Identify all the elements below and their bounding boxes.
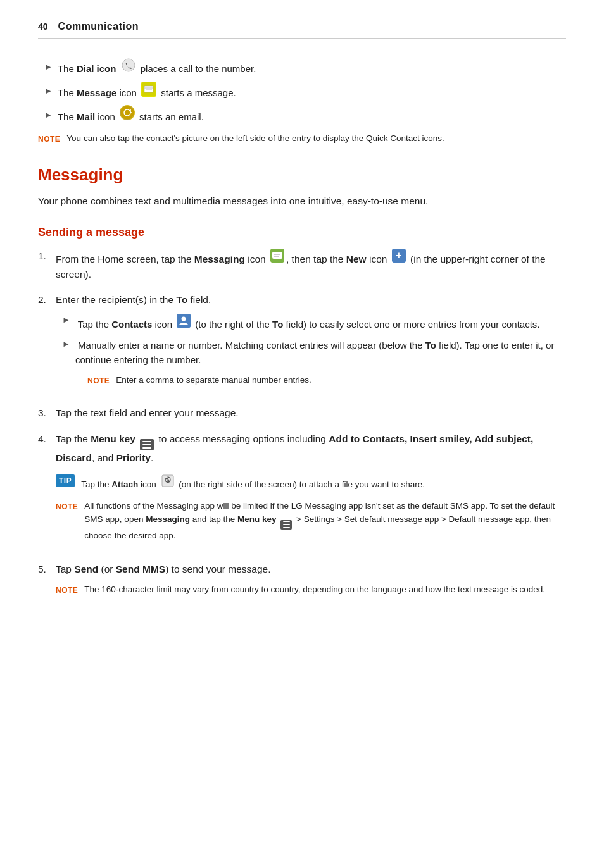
step-4-note: NOTE All functions of the Messaging app … (56, 500, 566, 542)
dial-bold: Dial icon (77, 63, 116, 74)
step-1-content: From the Home screen, tap the Messaging … (56, 249, 566, 282)
step-number-2: 2. (38, 292, 56, 307)
mail-bold: Mail (77, 111, 95, 122)
step-2: 2. Enter the recipient(s) in the To fiel… (38, 292, 566, 396)
icon-description-list: ► The Dial icon places a call to the num… (38, 58, 566, 125)
svg-rect-2 (144, 86, 153, 92)
to-bold: To (176, 294, 187, 305)
step-2-note: NOTE Enter a comma to separate manual nu… (87, 374, 566, 387)
page-container: 40 Communication ► The Dial icon places … (0, 0, 604, 654)
mail-icon (120, 105, 135, 120)
bullet-arrow: ► (62, 338, 70, 350)
step-number-3: 3. (38, 406, 56, 421)
messaging-bold: Messaging (194, 254, 245, 264)
bullet-arrow: ► (62, 314, 70, 326)
svg-rect-11 (272, 252, 282, 259)
new-icon: + (392, 249, 406, 263)
step-number-4: 4. (38, 431, 56, 447)
step-4: 4. Tap the Menu key to access messaging … (38, 431, 566, 552)
note-label: NOTE (38, 133, 60, 145)
tip-label: TIP (56, 474, 75, 488)
step-2-subbullets: ► Tap the Contacts icon (to the right (56, 314, 566, 368)
send-mms-bold: Send MMS (116, 564, 165, 574)
step-5-content: Tap Send (or Send MMS) to send your mess… (56, 562, 566, 605)
mail-description: The Mail icon starts an email. (58, 105, 204, 125)
to-bold-3: To (425, 340, 436, 350)
bullet-arrow: ► (44, 85, 53, 97)
dial-description: The Dial icon places a call to the numbe… (58, 58, 256, 77)
step-5-note: NOTE The 160-character limit may vary fr… (56, 583, 566, 597)
to-bold-2: To (272, 319, 283, 330)
step-2-content: Enter the recipient(s) in the To field. … (56, 292, 566, 396)
menu-key-bold: Menu key (91, 433, 135, 444)
send-bold: Send (74, 564, 98, 574)
step-3-content: Tap the text field and enter your messag… (56, 406, 566, 421)
contacts-text: Tap the Contacts icon (to the right of t… (75, 314, 540, 332)
messaging-heading: Messaging (38, 163, 566, 187)
bullet-arrow: ► (44, 109, 53, 121)
svg-text:+: + (396, 250, 401, 261)
note-text: The 160-character limit may vary from co… (84, 583, 545, 597)
priority-bold: Priority (116, 452, 151, 463)
page-header: 40 Communication (38, 19, 566, 39)
contacts-icon (177, 314, 191, 328)
manual-entry-text: Manually enter a name or number. Matchin… (75, 338, 566, 368)
sending-heading: Sending a message (38, 224, 566, 241)
step-1: 1. From the Home screen, tap the Messagi… (38, 249, 566, 282)
step-4-content: Tap the Menu key to access messaging opt… (56, 431, 566, 552)
message-bold: Message (77, 87, 116, 98)
tip-text: Tap the Attach icon (on the right side o… (81, 473, 425, 492)
page-title: Communication (58, 19, 139, 34)
note-text: All functions of the Messaging app will … (84, 500, 566, 542)
menu-key-icon-note (280, 520, 292, 530)
bullet-arrow: ► (44, 61, 53, 73)
note-label: NOTE (87, 375, 110, 387)
sub-bullet-manual: ► Manually enter a name or number. Match… (62, 338, 566, 368)
note-text: Enter a comma to separate manual number … (116, 374, 311, 387)
messaging-app-icon (270, 249, 284, 263)
note-text: You can also tap the contact's picture o… (66, 132, 444, 145)
step-5: 5. Tap Send (or Send MMS) to send your m… (38, 562, 566, 605)
step-3: 3. Tap the text field and enter your mes… (38, 406, 566, 421)
attach-bold: Attach (111, 480, 138, 489)
list-item-mail: ► The Mail icon starts an email. (44, 105, 566, 125)
attach-icon (160, 473, 175, 488)
svg-point-5 (120, 106, 134, 120)
intro-text: Your phone combines text and multimedia … (38, 194, 566, 209)
dial-icon (121, 58, 136, 73)
note-top: NOTE You can also tap the contact's pict… (38, 132, 566, 145)
menu-key-icon (140, 439, 154, 450)
message-icon (141, 82, 156, 97)
list-item-dial: ► The Dial icon places a call to the num… (44, 58, 566, 77)
step-number-1: 1. (38, 249, 56, 264)
tip-block: TIP Tap the Attach icon (on the right si… (56, 473, 566, 492)
steps-list: 1. From the Home screen, tap the Messagi… (38, 249, 566, 605)
new-bold: New (346, 254, 367, 264)
contacts-bold: Contacts (111, 319, 152, 330)
menu-key-bold-note: Menu key (237, 514, 277, 524)
svg-point-17 (182, 316, 186, 321)
note-label: NOTE (56, 501, 78, 513)
messaging-bold-note: Messaging (146, 514, 190, 524)
note-label: NOTE (56, 585, 78, 597)
svg-point-0 (122, 59, 135, 71)
list-item-message: ► The Message icon starts a message. (44, 82, 566, 101)
step-number-5: 5. (38, 562, 56, 577)
message-description: The Message icon starts a message. (58, 82, 236, 101)
page-number: 40 (38, 20, 48, 34)
sub-bullet-contacts: ► Tap the Contacts icon (to the right (62, 314, 566, 332)
